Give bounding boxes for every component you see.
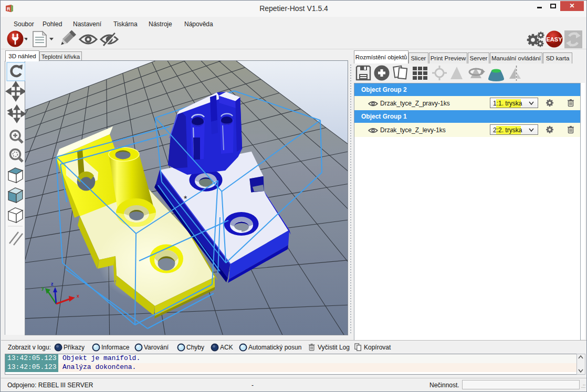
svg-text:EASY: EASY xyxy=(547,36,563,43)
svg-text:x: x xyxy=(77,293,79,299)
svg-text:R: R xyxy=(7,6,11,12)
svg-text:*: * xyxy=(184,195,187,204)
svg-text:y: y xyxy=(41,285,44,291)
svg-text:z: z xyxy=(51,281,54,287)
